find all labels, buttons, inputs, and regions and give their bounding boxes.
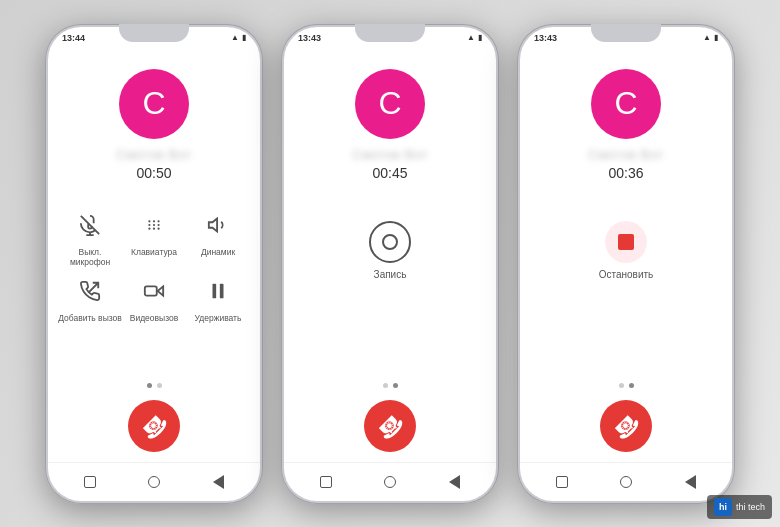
stop-square xyxy=(618,234,634,250)
add-call-control[interactable]: Добавить вызов xyxy=(58,273,122,323)
stop-label: Остановить xyxy=(599,269,654,280)
video-control[interactable]: Видеовызов xyxy=(122,273,186,323)
video-label: Видеовызов xyxy=(130,313,179,323)
battery-icon-2: ▮ xyxy=(478,33,482,42)
notch-1 xyxy=(119,24,189,42)
nav-circle-icon-2 xyxy=(384,476,396,488)
dot-2-1 xyxy=(383,383,388,388)
svg-point-8 xyxy=(157,223,159,225)
svg-point-5 xyxy=(157,220,159,222)
signal-icon-1: ▲ xyxy=(231,33,239,42)
record-label: Запись xyxy=(374,269,407,280)
svg-point-10 xyxy=(153,227,155,229)
dot-1-2 xyxy=(157,383,162,388)
nav-square-2[interactable] xyxy=(315,471,337,493)
nav-back-3[interactable] xyxy=(679,471,701,493)
phone-frame-3: 13:43 ▲ ▮ C Смотов Вот 00:36 xyxy=(517,24,735,504)
end-call-button-1[interactable]: ☎ xyxy=(128,400,180,452)
battery-icon-3: ▮ xyxy=(714,33,718,42)
nav-triangle-icon-3 xyxy=(685,475,696,489)
keyboard-icon xyxy=(136,207,172,243)
dot-1-1 xyxy=(147,383,152,388)
dot-3-1 xyxy=(619,383,624,388)
call-timer-2: 00:45 xyxy=(372,165,407,181)
phone-frame-1: 13:44 ▲ ▮ C Смотов Вот 00:50 xyxy=(45,24,263,504)
signal-icon-2: ▲ xyxy=(467,33,475,42)
svg-point-4 xyxy=(153,220,155,222)
svg-point-9 xyxy=(148,227,150,229)
svg-rect-16 xyxy=(220,283,224,298)
nav-square-icon-3 xyxy=(556,476,568,488)
call-timer-1: 00:50 xyxy=(136,165,171,181)
signal-icon-3: ▲ xyxy=(703,33,711,42)
speaker-control[interactable]: Динамик xyxy=(186,207,250,267)
hold-icon xyxy=(200,273,236,309)
status-icons-1: ▲ ▮ xyxy=(231,33,246,42)
svg-point-7 xyxy=(153,223,155,225)
watermark-text: thi tech xyxy=(736,502,765,512)
svg-point-11 xyxy=(157,227,159,229)
notch-2 xyxy=(355,24,425,42)
speaker-icon xyxy=(200,207,236,243)
keyboard-control[interactable]: Клавиатура xyxy=(122,207,186,267)
avatar-1: C xyxy=(119,69,189,139)
record-control[interactable]: Запись xyxy=(369,221,411,280)
call-screen-3: C Смотов Вот 00:36 Остановить xyxy=(520,45,732,400)
call-timer-3: 00:36 xyxy=(608,165,643,181)
svg-rect-13 xyxy=(145,286,157,295)
avatar-2: C xyxy=(355,69,425,139)
phone-screen-2: 13:43 ▲ ▮ C Смотов Вот 00:45 xyxy=(284,27,496,501)
nav-back-2[interactable] xyxy=(443,471,465,493)
stop-icon xyxy=(605,221,647,263)
svg-marker-14 xyxy=(158,286,164,295)
status-time-2: 13:43 xyxy=(298,33,321,43)
stop-icon-wrapper xyxy=(605,221,647,263)
nav-circle-icon-3 xyxy=(620,476,632,488)
dots-indicator-3 xyxy=(619,383,634,388)
controls-grid-1: Выкл. микрофон xyxy=(48,199,260,331)
contact-name-3: Смотов Вот xyxy=(588,147,663,162)
nav-triangle-icon-1 xyxy=(213,475,224,489)
add-call-icon xyxy=(72,273,108,309)
nav-square-1[interactable] xyxy=(79,471,101,493)
dot-2-2 xyxy=(393,383,398,388)
hold-control[interactable]: Удерживать xyxy=(186,273,250,323)
nav-back-1[interactable] xyxy=(207,471,229,493)
bottom-nav-2 xyxy=(284,462,496,501)
dot-3-2 xyxy=(629,383,634,388)
mic-off-control[interactable]: Выкл. микрофон xyxy=(58,207,122,267)
end-call-icon-3: ☎ xyxy=(607,407,644,444)
phone-frame-2: 13:43 ▲ ▮ C Смотов Вот 00:45 xyxy=(281,24,499,504)
nav-square-3[interactable] xyxy=(551,471,573,493)
status-icons-2: ▲ ▮ xyxy=(467,33,482,42)
stop-control[interactable]: Остановить xyxy=(599,221,654,280)
video-icon xyxy=(136,273,172,309)
mic-off-icon xyxy=(72,207,108,243)
phone-screen-3: 13:43 ▲ ▮ C Смотов Вот 00:36 xyxy=(520,27,732,501)
svg-point-6 xyxy=(148,223,150,225)
end-call-button-2[interactable]: ☎ xyxy=(364,400,416,452)
nav-circle-2[interactable] xyxy=(379,471,401,493)
bottom-nav-3 xyxy=(520,462,732,501)
keyboard-label: Клавиатура xyxy=(131,247,177,257)
call-screen-1: C Смотов Вот 00:50 xyxy=(48,45,260,400)
page-background: 13:44 ▲ ▮ C Смотов Вот 00:50 xyxy=(0,0,780,527)
record-dot xyxy=(382,234,398,250)
nav-triangle-icon-2 xyxy=(449,475,460,489)
status-time-1: 13:44 xyxy=(62,33,85,43)
status-icons-3: ▲ ▮ xyxy=(703,33,718,42)
svg-rect-15 xyxy=(213,283,217,298)
mic-off-label: Выкл. микрофон xyxy=(58,247,122,267)
nav-square-icon-2 xyxy=(320,476,332,488)
nav-circle-1[interactable] xyxy=(143,471,165,493)
call-screen-2: C Смотов Вот 00:45 Запись xyxy=(284,45,496,400)
nav-circle-3[interactable] xyxy=(615,471,637,493)
speaker-label: Динамик xyxy=(201,247,235,257)
contact-name-1: Смотов Вот xyxy=(116,147,191,162)
record-icon xyxy=(369,221,411,263)
svg-marker-12 xyxy=(209,218,217,231)
end-call-button-3[interactable]: ☎ xyxy=(600,400,652,452)
nav-circle-icon-1 xyxy=(148,476,160,488)
phone-screen-1: 13:44 ▲ ▮ C Смотов Вот 00:50 xyxy=(48,27,260,501)
hold-label: Удерживать xyxy=(195,313,242,323)
